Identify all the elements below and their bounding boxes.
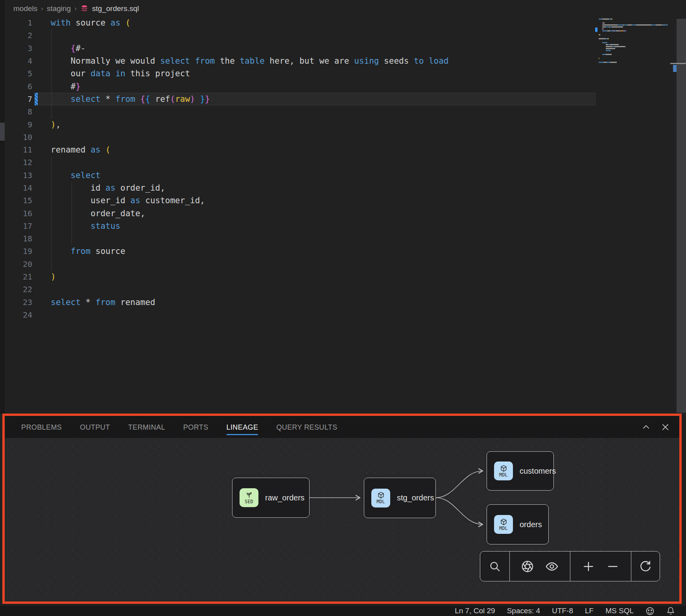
code-line[interactable]: 16order_date, xyxy=(5,207,686,219)
minimap[interactable] xyxy=(599,18,676,68)
gutter-spacer xyxy=(35,169,38,182)
panel-tab-problems[interactable]: PROBLEMS xyxy=(21,417,62,438)
lineage-node-raw_orders[interactable]: SEDraw_orders xyxy=(232,478,310,518)
line-number: 2 xyxy=(5,31,32,40)
feedback-smiley-icon[interactable] xyxy=(645,607,655,616)
status-bar: Ln 7, Col 29Spaces: 4UTF-8LFMS SQL xyxy=(0,606,686,616)
line-number: 3 xyxy=(5,44,32,53)
gutter-spacer xyxy=(35,283,38,296)
breadcrumb-file[interactable]: stg_orders.sql xyxy=(92,4,139,13)
code-line[interactable]: 7select * from {{ ref(raw) }} xyxy=(5,93,686,105)
status-item-ln-7-col-29[interactable]: Ln 7, Col 29 xyxy=(455,607,495,615)
code-line[interactable]: 12 xyxy=(5,156,686,169)
code-text: our data in this project xyxy=(51,69,190,78)
cube-badge-icon: MDL xyxy=(494,462,513,480)
code-text: ) xyxy=(51,272,56,281)
code-line[interactable]: 23select * from renamed xyxy=(5,296,686,309)
code-line[interactable]: 14id as order_id, xyxy=(5,182,686,194)
close-icon[interactable] xyxy=(661,423,670,432)
minimap-modified-marker xyxy=(595,28,597,32)
gutter-spacer xyxy=(35,131,38,143)
line-number: 11 xyxy=(5,145,32,154)
lineage-node-customers[interactable]: MDLcustomers xyxy=(487,451,554,491)
gutter-spacer xyxy=(35,118,38,131)
gutter-spacer xyxy=(35,245,38,257)
code-line[interactable]: 3{#- xyxy=(5,42,686,55)
code-line[interactable]: 18 xyxy=(5,232,686,245)
gutter-spacer xyxy=(35,182,38,194)
status-item-lf[interactable]: LF xyxy=(585,607,594,615)
editor-scrollbar[interactable] xyxy=(677,19,686,413)
eye-icon[interactable] xyxy=(545,559,559,574)
breadcrumb-segment[interactable]: staging xyxy=(47,4,71,13)
line-number: 7 xyxy=(5,94,32,104)
chevron-up-icon[interactable] xyxy=(642,423,651,432)
code-text: with source as ( xyxy=(51,18,130,28)
vscode-window: models›staging›stg_orders.sql 1with sour… xyxy=(0,0,686,616)
panel-tab-ports[interactable]: PORTS xyxy=(183,417,208,438)
breadcrumb-separator-icon: › xyxy=(74,5,77,13)
status-item-utf-8[interactable]: UTF-8 xyxy=(552,607,573,615)
code-line[interactable]: 15user_id as customer_id, xyxy=(5,194,686,207)
code-text: status xyxy=(51,221,120,231)
code-line[interactable]: 20 xyxy=(5,258,686,270)
code-line[interactable]: 21) xyxy=(5,270,686,283)
gutter-spacer xyxy=(35,194,38,207)
search-icon[interactable] xyxy=(489,560,501,573)
panel-tab-lineage[interactable]: LINEAGE xyxy=(227,417,258,438)
code-text: from source xyxy=(51,246,125,256)
code-text: select * from {{ ref(raw) }} xyxy=(51,94,210,104)
code-editor[interactable]: 1with source as (23{#-4Normally we would… xyxy=(5,17,686,321)
code-line[interactable]: 17status xyxy=(5,220,686,232)
code-line[interactable]: 2 xyxy=(5,29,686,42)
panel-tab-query-results[interactable]: QUERY RESULTS xyxy=(276,417,337,438)
cube-badge-icon: MDL xyxy=(494,515,513,534)
breadcrumb-segment[interactable]: models xyxy=(13,4,37,13)
node-label: stg_orders xyxy=(397,493,434,502)
code-line[interactable]: 4Normally we would select from the table… xyxy=(5,55,686,67)
refresh-icon[interactable] xyxy=(639,560,652,573)
line-number: 1 xyxy=(5,18,32,28)
code-line[interactable]: 13select xyxy=(5,169,686,182)
line-number: 16 xyxy=(5,209,32,218)
code-line[interactable]: 5our data in this project xyxy=(5,67,686,80)
database-icon xyxy=(80,5,89,13)
seedling-badge-icon: SED xyxy=(240,488,258,507)
code-line[interactable]: 1with source as ( xyxy=(5,17,686,29)
line-number: 14 xyxy=(5,183,32,193)
line-number: 17 xyxy=(5,221,32,231)
code-line[interactable]: 11renamed as ( xyxy=(5,143,686,156)
panel-tab-output[interactable]: OUTPUT xyxy=(80,417,110,438)
code-text: #} xyxy=(51,82,81,91)
node-label: customers xyxy=(520,467,556,476)
zoom-in-icon[interactable] xyxy=(582,560,595,573)
code-line[interactable]: 22 xyxy=(5,283,686,296)
breadcrumb-separator-icon: › xyxy=(41,5,43,13)
panel-tab-terminal[interactable]: TERMINAL xyxy=(128,417,165,438)
code-line[interactable]: 19from source xyxy=(5,245,686,257)
code-text: {#- xyxy=(51,44,86,53)
code-line[interactable]: 24 xyxy=(5,309,686,321)
gutter-spacer xyxy=(35,42,38,55)
lineage-node-stg_orders[interactable]: MDLstg_orders xyxy=(364,478,436,518)
line-number: 18 xyxy=(5,234,32,243)
gutter-spacer xyxy=(35,55,38,67)
code-line[interactable]: 6#} xyxy=(5,80,686,92)
aperture-icon[interactable] xyxy=(521,560,534,573)
status-item-spaces-4[interactable]: Spaces: 4 xyxy=(507,607,540,615)
code-text: Normally we would select from the table … xyxy=(51,56,449,66)
line-number: 9 xyxy=(5,120,32,129)
status-item-ms-sql[interactable]: MS SQL xyxy=(605,607,634,615)
zoom-out-icon[interactable] xyxy=(606,560,620,573)
line-number: 21 xyxy=(5,272,32,281)
line-number: 19 xyxy=(5,246,32,256)
lineage-node-orders[interactable]: MDLorders xyxy=(487,504,549,544)
code-text: renamed as ( xyxy=(51,145,111,154)
code-line[interactable]: 8 xyxy=(5,105,686,118)
code-text: id as order_id, xyxy=(51,183,165,193)
code-line[interactable]: 9), xyxy=(5,118,686,131)
modified-line-gutter-marker xyxy=(35,93,38,105)
code-line[interactable]: 10 xyxy=(5,131,686,143)
gutter-spacer xyxy=(35,309,38,321)
bell-icon[interactable] xyxy=(666,607,675,615)
